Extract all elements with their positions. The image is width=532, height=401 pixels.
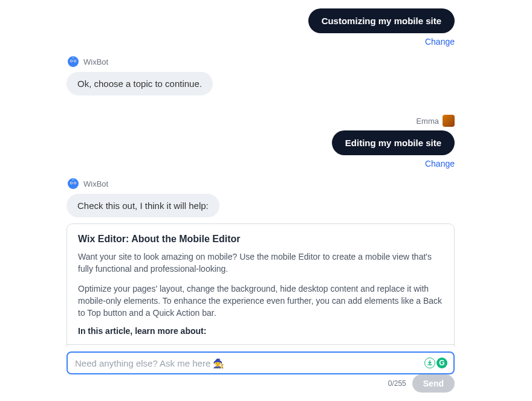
user-sender-label: Emma [416,117,439,126]
article-learn-more: In this article, learn more about: [78,326,443,336]
change-link[interactable]: Change [425,159,455,168]
svg-point-3 [71,60,72,62]
input-footer: 0/255 Send [388,374,455,393]
change-link[interactable]: Change [425,37,455,47]
change-row: Change [66,37,455,47]
user-avatar [443,115,455,127]
bot-message-bubble: Check this out, I think it will help: [66,194,219,217]
bot-sender-row: WixBot [66,177,455,190]
bot-message-row: Check this out, I think it will help: [66,194,455,217]
user-message-row: Editing my mobile site [66,130,455,155]
user-message-bubble: Customizing my mobile site [308,8,455,33]
svg-point-9 [71,182,72,184]
article-card: Wix Editor: About the Mobile Editor Want… [66,223,455,347]
svg-rect-5 [72,57,74,59]
article-title: Wix Editor: About the Mobile Editor [78,234,443,245]
article-paragraph: Optimize your pages' layout, change the … [78,283,443,319]
svg-rect-11 [72,179,74,181]
user-message-bubble: Editing my mobile site [332,130,455,155]
bot-sender-label: WixBot [83,57,108,66]
bot-sender-label: WixBot [83,179,108,188]
grammarly-icon[interactable]: G [436,358,447,368]
message-input[interactable] [75,358,424,368]
user-message-row: Customizing my mobile site [66,8,455,33]
extension-icon[interactable] [424,358,435,368]
message-input-container: G [66,351,455,374]
svg-point-4 [74,60,76,62]
change-row: Change [66,159,455,168]
send-button[interactable]: Send [412,374,455,393]
svg-point-10 [74,182,76,184]
view-full-article-button[interactable]: View Full Article [67,344,454,347]
input-extensions: G [424,358,447,368]
bot-message-bubble: Ok, choose a topic to continue. [66,72,213,95]
chat-area: Customizing my mobile site Change WixBot… [66,0,455,347]
wixbot-avatar-icon [66,55,80,68]
char-count: 0/255 [388,379,406,388]
article-body: Wix Editor: About the Mobile Editor Want… [67,224,454,344]
bot-sender-row: WixBot [66,55,455,68]
article-paragraph: Want your site to look amazing on mobile… [78,251,443,275]
bot-message-row: Ok, choose a topic to continue. [66,72,455,95]
user-sender-row: Emma [66,115,455,127]
wixbot-avatar-icon [66,177,80,190]
